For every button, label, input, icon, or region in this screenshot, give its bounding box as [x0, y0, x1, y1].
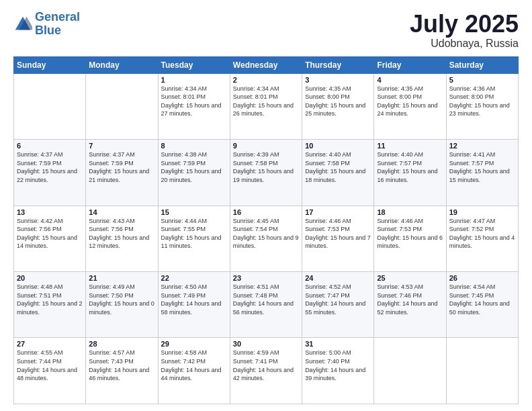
day-info: Sunrise: 4:36 AM Sunset: 8:00 PM Dayligh… — [449, 85, 515, 118]
day-info: Sunrise: 4:46 AM Sunset: 7:53 PM Dayligh… — [377, 217, 443, 250]
header-day-thursday: Thursday — [302, 56, 374, 73]
day-cell: 15Sunrise: 4:44 AM Sunset: 7:55 PM Dayli… — [158, 205, 230, 271]
day-info: Sunrise: 4:39 AM Sunset: 7:58 PM Dayligh… — [233, 150, 299, 184]
header-day-sunday: Sunday — [14, 56, 86, 73]
week-row-2: 13Sunrise: 4:42 AM Sunset: 7:56 PM Dayli… — [14, 205, 519, 271]
day-number: 7 — [89, 142, 154, 150]
day-cell: 17Sunrise: 4:46 AM Sunset: 7:53 PM Dayli… — [302, 205, 374, 271]
day-number: 11 — [377, 142, 443, 150]
week-row-0: 1Sunrise: 4:34 AM Sunset: 8:01 PM Daylig… — [14, 73, 519, 139]
day-info: Sunrise: 4:41 AM Sunset: 7:57 PM Dayligh… — [449, 150, 515, 184]
day-number: 18 — [377, 208, 443, 216]
day-info: Sunrise: 4:38 AM Sunset: 7:59 PM Dayligh… — [161, 150, 227, 184]
day-info: Sunrise: 4:53 AM Sunset: 7:46 PM Dayligh… — [377, 283, 443, 316]
logo-icon — [13, 15, 32, 34]
day-info: Sunrise: 4:54 AM Sunset: 7:45 PM Dayligh… — [449, 283, 515, 316]
day-cell: 30Sunrise: 4:59 AM Sunset: 7:41 PM Dayli… — [230, 338, 302, 404]
day-cell: 2Sunrise: 4:34 AM Sunset: 8:01 PM Daylig… — [230, 73, 302, 139]
day-number: 20 — [17, 274, 83, 282]
day-cell: 5Sunrise: 4:36 AM Sunset: 8:00 PM Daylig… — [446, 73, 518, 139]
day-cell: 31Sunrise: 5:00 AM Sunset: 7:40 PM Dayli… — [302, 338, 374, 404]
day-number: 15 — [161, 208, 227, 216]
day-info: Sunrise: 4:50 AM Sunset: 7:49 PM Dayligh… — [161, 283, 227, 316]
day-number: 26 — [449, 274, 515, 282]
week-row-3: 20Sunrise: 4:48 AM Sunset: 7:51 PM Dayli… — [14, 272, 519, 338]
day-cell — [374, 338, 446, 404]
day-cell: 6Sunrise: 4:37 AM Sunset: 7:59 PM Daylig… — [14, 140, 86, 205]
day-number: 12 — [449, 142, 515, 150]
day-number: 14 — [89, 208, 154, 216]
day-number: 8 — [161, 142, 227, 150]
logo-line1: General — [35, 10, 80, 24]
day-number: 27 — [17, 340, 83, 348]
day-cell: 11Sunrise: 4:40 AM Sunset: 7:57 PM Dayli… — [374, 140, 446, 205]
day-number: 13 — [17, 208, 83, 216]
day-number: 21 — [89, 274, 154, 282]
day-info: Sunrise: 4:55 AM Sunset: 7:44 PM Dayligh… — [17, 349, 83, 382]
day-number: 4 — [377, 76, 443, 84]
day-info: Sunrise: 4:46 AM Sunset: 7:53 PM Dayligh… — [305, 217, 371, 250]
calendar-header-row: SundayMondayTuesdayWednesdayThursdayFrid… — [14, 56, 519, 73]
day-cell: 18Sunrise: 4:46 AM Sunset: 7:53 PM Dayli… — [374, 205, 446, 271]
day-cell: 27Sunrise: 4:55 AM Sunset: 7:44 PM Dayli… — [14, 338, 86, 404]
main-title: July 2025 — [410, 11, 519, 38]
day-info: Sunrise: 4:49 AM Sunset: 7:50 PM Dayligh… — [89, 283, 154, 316]
day-number: 3 — [305, 76, 371, 84]
day-info: Sunrise: 4:44 AM Sunset: 7:55 PM Dayligh… — [161, 217, 227, 250]
header-day-monday: Monday — [86, 56, 158, 73]
day-info: Sunrise: 4:57 AM Sunset: 7:43 PM Dayligh… — [89, 349, 154, 382]
day-info: Sunrise: 4:34 AM Sunset: 8:01 PM Dayligh… — [161, 85, 227, 118]
day-cell: 1Sunrise: 4:34 AM Sunset: 8:01 PM Daylig… — [158, 73, 230, 139]
day-cell: 9Sunrise: 4:39 AM Sunset: 7:58 PM Daylig… — [230, 140, 302, 205]
day-cell: 29Sunrise: 4:58 AM Sunset: 7:42 PM Dayli… — [158, 338, 230, 404]
day-number: 23 — [233, 274, 299, 282]
day-cell: 21Sunrise: 4:49 AM Sunset: 7:50 PM Dayli… — [86, 272, 158, 338]
day-cell — [86, 73, 158, 139]
day-cell: 19Sunrise: 4:47 AM Sunset: 7:52 PM Dayli… — [446, 205, 518, 271]
day-number: 19 — [449, 208, 515, 216]
day-cell: 16Sunrise: 4:45 AM Sunset: 7:54 PM Dayli… — [230, 205, 302, 271]
header-day-friday: Friday — [374, 56, 446, 73]
week-row-1: 6Sunrise: 4:37 AM Sunset: 7:59 PM Daylig… — [14, 140, 519, 205]
day-number: 24 — [305, 274, 371, 282]
day-cell: 8Sunrise: 4:38 AM Sunset: 7:59 PM Daylig… — [158, 140, 230, 205]
page: General Blue July 2025 Udobnaya, Russia … — [0, 0, 532, 411]
day-number: 30 — [233, 340, 299, 348]
day-cell — [446, 338, 518, 404]
day-number: 22 — [161, 274, 227, 282]
day-cell: 22Sunrise: 4:50 AM Sunset: 7:49 PM Dayli… — [158, 272, 230, 338]
day-info: Sunrise: 4:40 AM Sunset: 7:57 PM Dayligh… — [377, 150, 443, 184]
day-info: Sunrise: 5:00 AM Sunset: 7:40 PM Dayligh… — [305, 349, 371, 382]
day-number: 29 — [161, 340, 227, 348]
day-cell: 23Sunrise: 4:51 AM Sunset: 7:48 PM Dayli… — [230, 272, 302, 338]
day-cell: 20Sunrise: 4:48 AM Sunset: 7:51 PM Dayli… — [14, 272, 86, 338]
day-number: 1 — [161, 76, 227, 84]
day-number: 2 — [233, 76, 299, 84]
day-cell: 24Sunrise: 4:52 AM Sunset: 7:47 PM Dayli… — [302, 272, 374, 338]
day-info: Sunrise: 4:47 AM Sunset: 7:52 PM Dayligh… — [449, 217, 515, 250]
day-info: Sunrise: 4:45 AM Sunset: 7:54 PM Dayligh… — [233, 217, 299, 250]
header: General Blue July 2025 Udobnaya, Russia — [13, 11, 519, 50]
header-day-wednesday: Wednesday — [230, 56, 302, 73]
logo-line2: Blue — [35, 24, 61, 37]
day-number: 16 — [233, 208, 299, 216]
day-number: 17 — [305, 208, 371, 216]
day-number: 28 — [89, 340, 154, 348]
day-info: Sunrise: 4:37 AM Sunset: 7:59 PM Dayligh… — [17, 150, 83, 184]
day-cell: 12Sunrise: 4:41 AM Sunset: 7:57 PM Dayli… — [446, 140, 518, 205]
logo-text: General Blue — [35, 11, 80, 38]
day-number: 10 — [305, 142, 371, 150]
day-cell: 14Sunrise: 4:43 AM Sunset: 7:56 PM Dayli… — [86, 205, 158, 271]
day-cell: 7Sunrise: 4:37 AM Sunset: 7:59 PM Daylig… — [86, 140, 158, 205]
day-cell: 28Sunrise: 4:57 AM Sunset: 7:43 PM Dayli… — [86, 338, 158, 404]
day-info: Sunrise: 4:34 AM Sunset: 8:01 PM Dayligh… — [233, 85, 299, 118]
header-day-tuesday: Tuesday — [158, 56, 230, 73]
header-day-saturday: Saturday — [446, 56, 518, 73]
day-info: Sunrise: 4:43 AM Sunset: 7:56 PM Dayligh… — [89, 217, 154, 250]
day-cell: 13Sunrise: 4:42 AM Sunset: 7:56 PM Dayli… — [14, 205, 86, 271]
day-info: Sunrise: 4:59 AM Sunset: 7:41 PM Dayligh… — [233, 349, 299, 382]
day-cell: 10Sunrise: 4:40 AM Sunset: 7:58 PM Dayli… — [302, 140, 374, 205]
day-number: 5 — [449, 76, 515, 84]
week-row-4: 27Sunrise: 4:55 AM Sunset: 7:44 PM Dayli… — [14, 338, 519, 404]
logo: General Blue — [13, 11, 80, 38]
